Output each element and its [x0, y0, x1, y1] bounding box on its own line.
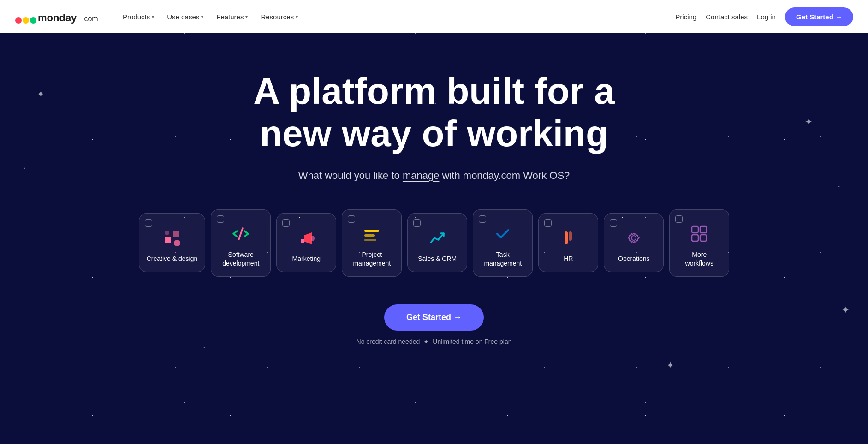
- hero-note: No credit card needed ✦ Unlimited time o…: [357, 338, 512, 345]
- card-checkbox[interactable]: [544, 219, 552, 227]
- sparkle-decoration-6: ·: [203, 342, 206, 352]
- card-marketing[interactable]: Marketing: [276, 213, 336, 272]
- sparkle-decoration-1: ✦: [37, 89, 45, 100]
- manage-underline: manage: [403, 170, 440, 181]
- chevron-down-icon: ▾: [245, 14, 248, 19]
- chevron-down-icon: ▾: [201, 14, 203, 19]
- svg-point-15: [629, 233, 638, 243]
- sparkle-decoration-3: ✦: [805, 116, 813, 127]
- card-checkbox[interactable]: [348, 215, 355, 223]
- sparkle-decoration-7: ✦: [666, 360, 674, 371]
- card-checkbox[interactable]: [282, 219, 290, 227]
- svg-point-16: [631, 236, 636, 240]
- svg-point-2: [30, 17, 36, 24]
- sparkle-decoration-5: ✦: [842, 304, 850, 315]
- navbar: monday .com Products ▾ Use cases ▾ Featu…: [0, 0, 868, 33]
- card-task-management[interactable]: Taskmanagement: [473, 209, 533, 277]
- svg-rect-11: [364, 234, 375, 237]
- no-credit-card-text: No credit card needed: [357, 338, 420, 345]
- svg-text:.com: .com: [82, 15, 98, 23]
- card-operations[interactable]: Operations: [604, 213, 664, 272]
- card-label: Moreworkflows: [685, 250, 713, 268]
- nav-item-use-cases[interactable]: Use cases ▾: [161, 9, 209, 24]
- card-label: Marketing: [292, 255, 321, 263]
- svg-rect-19: [692, 235, 698, 241]
- svg-point-7: [174, 240, 180, 246]
- card-hr[interactable]: HR: [538, 213, 598, 272]
- creative-design-icon: [161, 227, 183, 249]
- card-label: Projectmanagement: [353, 250, 391, 268]
- card-checkbox[interactable]: [610, 219, 617, 227]
- card-checkbox[interactable]: [675, 215, 683, 223]
- note-divider: ✦: [423, 338, 429, 345]
- card-software-development[interactable]: Softwaredevelopment: [211, 209, 271, 277]
- pricing-link[interactable]: Pricing: [675, 13, 696, 21]
- nav-item-resources[interactable]: Resources ▾: [255, 9, 303, 24]
- unlimited-time-text: Unlimited time on Free plan: [433, 338, 511, 345]
- card-checkbox[interactable]: [217, 215, 224, 223]
- svg-rect-13: [565, 231, 568, 244]
- svg-rect-5: [165, 237, 171, 243]
- card-project-management[interactable]: Projectmanagement: [342, 209, 402, 277]
- card-label: Operations: [618, 255, 649, 263]
- card-sales-crm[interactable]: Sales & CRM: [407, 213, 467, 272]
- marketing-icon: [295, 227, 317, 249]
- sales-crm-icon: [426, 227, 448, 249]
- svg-point-9: [311, 236, 315, 241]
- card-checkbox[interactable]: [145, 219, 152, 227]
- logo-icon: monday .com: [15, 8, 102, 25]
- card-creative-design[interactable]: Creative & design: [139, 213, 206, 272]
- nav-item-features[interactable]: Features ▾: [211, 9, 253, 24]
- more-workflows-icon: [688, 223, 710, 245]
- svg-rect-14: [569, 231, 572, 241]
- nav-left: monday .com Products ▾ Use cases ▾ Featu…: [15, 8, 303, 25]
- sparkle-decoration-2: ·: [23, 162, 26, 173]
- logo[interactable]: monday .com: [15, 8, 102, 25]
- task-management-icon: [492, 223, 514, 245]
- svg-rect-17: [692, 226, 698, 233]
- svg-text:monday: monday: [38, 12, 77, 24]
- operations-icon: [623, 227, 645, 249]
- hero-get-started-button[interactable]: Get Started →: [384, 304, 484, 331]
- svg-rect-10: [364, 230, 379, 232]
- card-label: Softwaredevelopment: [222, 250, 259, 268]
- chevron-down-icon: ▾: [152, 14, 154, 19]
- svg-point-1: [23, 17, 29, 24]
- card-label: HR: [564, 255, 573, 263]
- hero-title: A platform built for a new way of workin…: [253, 70, 615, 155]
- svg-rect-6: [173, 231, 179, 237]
- svg-rect-20: [700, 235, 707, 241]
- software-development-icon: [230, 223, 252, 245]
- hero-subtitle: What would you like to manage with monda…: [298, 170, 570, 182]
- hero-cta: Get Started → No credit card needed ✦ Un…: [357, 304, 512, 345]
- hero-section: ✦ · ✦ · ✦ · ✦ · A platform built for a n…: [0, 33, 868, 444]
- svg-rect-18: [700, 226, 707, 233]
- login-link[interactable]: Log in: [757, 13, 776, 21]
- project-management-icon: [361, 223, 383, 245]
- workflow-grid: Creative & design Softwaredevelopment: [111, 209, 757, 277]
- sparkle-decoration-4: ·: [838, 181, 840, 191]
- nav-item-products[interactable]: Products ▾: [117, 9, 160, 24]
- chevron-down-icon: ▾: [296, 14, 298, 19]
- card-label: Sales & CRM: [418, 255, 457, 263]
- nav-links: Products ▾ Use cases ▾ Features ▾ Resour…: [117, 9, 303, 24]
- card-checkbox[interactable]: [413, 219, 421, 227]
- card-more-workflows[interactable]: Moreworkflows: [669, 209, 729, 277]
- hr-icon: [557, 227, 579, 249]
- svg-rect-12: [364, 239, 376, 241]
- svg-point-8: [165, 231, 169, 235]
- card-label: Taskmanagement: [484, 250, 522, 268]
- get-started-button[interactable]: Get Started →: [785, 7, 853, 26]
- card-checkbox[interactable]: [479, 215, 486, 223]
- contact-sales-link[interactable]: Contact sales: [706, 13, 748, 21]
- card-label: Creative & design: [147, 255, 198, 263]
- svg-point-0: [15, 17, 22, 24]
- nav-right: Pricing Contact sales Log in Get Started…: [675, 7, 853, 26]
